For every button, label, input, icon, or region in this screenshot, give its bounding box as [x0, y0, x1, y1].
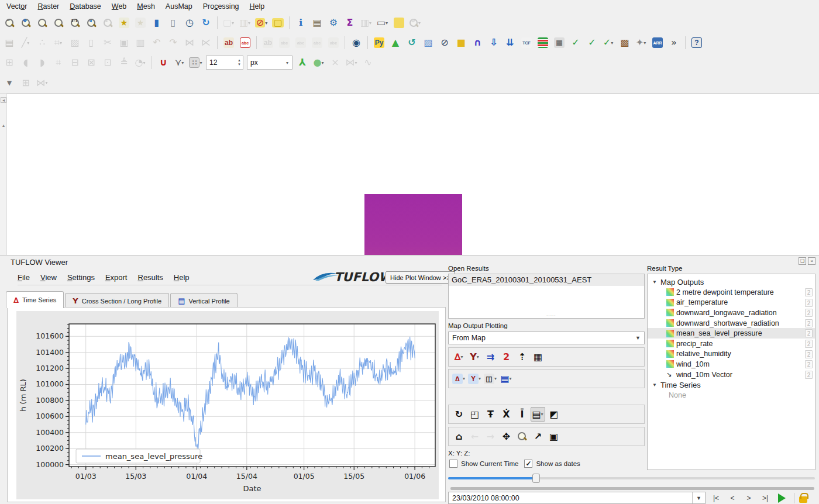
tree-item-2-metre-dewpoint-temperature[interactable]: 2 metre dewpoint temperature2 [648, 287, 815, 298]
deselect-icon[interactable]: ⊘▾ [254, 15, 269, 30]
map-output-plotting-combo[interactable]: From Map ▼ [448, 332, 645, 344]
flux-line-icon[interactable]: ⇉ [483, 350, 498, 364]
dem-shading-icon[interactable]: ▲ [388, 35, 403, 50]
statistics-icon[interactable]: Σ [342, 15, 357, 30]
menu-processing[interactable]: Processing [198, 1, 245, 12]
zoom-full-icon[interactable]: ✥ [18, 15, 33, 30]
menu-raster[interactable]: Raster [32, 1, 64, 12]
label-abc-icon[interactable]: abc [238, 35, 253, 50]
check-q-icon[interactable]: ✓ [584, 35, 600, 50]
menu-help[interactable]: Help [245, 1, 270, 12]
python-console-icon[interactable]: Py [371, 35, 387, 50]
timestep-combo[interactable]: 23/03/2010 08:00:00 ▼ [448, 492, 706, 504]
freeze-axis-icon[interactable]: Ī [515, 407, 529, 422]
nav-next-button[interactable]: > [742, 492, 756, 504]
tuflow-menu-help[interactable]: Help [174, 272, 195, 284]
timeseries-figure[interactable]: 01/0315/0301/0415/0401/0515/0501/0610000… [16, 311, 439, 499]
tcf-icon[interactable]: TCF [519, 35, 534, 50]
attribute-table-icon[interactable]: ▤ [309, 15, 325, 30]
ts-from-map-icon[interactable]: ∆▾ [452, 371, 466, 386]
row4-caret-icon[interactable]: ▾ [2, 75, 17, 91]
tree-item-relative-humidity[interactable]: relative_humidity2 [648, 349, 815, 360]
profile-arc-icon[interactable]: ↺ [404, 35, 419, 50]
result-type-tree[interactable]: ▼Map Outputs2 metre dewpoint temperature… [647, 274, 815, 470]
crayfish-map-icon[interactable]: ▨ [421, 35, 436, 50]
cube-3d-icon[interactable]: ■ [453, 35, 469, 50]
size-grip[interactable]: ····· [546, 313, 556, 317]
checkbox-box[interactable]: ✓ [524, 460, 532, 468]
menu-web[interactable]: Web [106, 1, 132, 12]
map-canvas[interactable] [0, 94, 819, 255]
user-plot-icon[interactable]: ◩ [546, 407, 561, 422]
tree-group-map-outputs[interactable]: ▼Map Outputs [648, 277, 815, 287]
raster-image-icon[interactable]: ▦ [552, 35, 567, 50]
nav-last-button[interactable]: >| [758, 492, 772, 504]
metasearch-icon[interactable]: ◉ [349, 35, 364, 50]
cursor-trace-icon[interactable]: ⇡ [515, 350, 529, 364]
tuflow-menu-view[interactable]: View [40, 272, 63, 284]
crate-icon[interactable]: ▩ [617, 35, 632, 50]
slider-handle[interactable] [532, 474, 540, 483]
secondary-axis-badge[interactable]: 2 [805, 329, 813, 337]
clear-plot-icon[interactable]: ◰ [467, 407, 482, 422]
tab-vertical-profile[interactable]: ▤Vertical Profile [170, 293, 238, 308]
curtain-plot-icon[interactable]: ◫▾ [483, 371, 498, 386]
tuflow-menu-file[interactable]: File [18, 272, 36, 284]
tunnel-icon[interactable]: ∩ [470, 35, 485, 50]
play-button[interactable] [778, 493, 786, 503]
tolerance-mode-icon[interactable]: ∷▾ [188, 55, 204, 70]
tree-item-wind-10m[interactable]: wind_10m2 [648, 359, 815, 370]
panel-arrow-icon[interactable]: ▴ [1, 123, 6, 129]
dock-close-icon[interactable]: × [808, 257, 815, 265]
tuflow-menu-export[interactable]: Export [105, 272, 133, 284]
cs-plot-icon[interactable]: Y▾ [467, 350, 482, 364]
new-bookmark-icon[interactable]: ★ [116, 15, 132, 30]
nav-first-button[interactable]: |< [709, 492, 723, 504]
map-tips-icon[interactable] [391, 15, 407, 30]
show-bookmarks-icon[interactable]: ▮ [149, 15, 164, 30]
tree-item-downward-longwave-radiation[interactable]: downward_longwave_radiation2 [648, 308, 815, 318]
zoom-last-icon[interactable]: ◂ [84, 15, 99, 30]
refresh-icon[interactable]: ↻ [198, 15, 214, 30]
zoom-plot-icon[interactable] [515, 429, 529, 444]
secondary-axis-badge[interactable]: 2 [805, 309, 813, 317]
tree-item-air-temperature[interactable]: air_temperature2 [648, 298, 815, 308]
download-osm-icon[interactable]: ⇩ [486, 35, 501, 50]
compass-routes-icon[interactable]: ⊘ [437, 35, 452, 50]
zoom-to-layer-icon[interactable] [35, 15, 50, 30]
cs-from-map-icon[interactable]: Y▾ [467, 371, 482, 386]
tree-item-none[interactable]: None [648, 390, 815, 401]
checkbox-show-as-dates[interactable]: ✓Show as dates [524, 460, 580, 468]
secondary-axis-badge[interactable]: 2 [805, 299, 813, 307]
tab-time-series[interactable]: ∆Time Series [6, 291, 64, 308]
tuflow-menu-settings[interactable]: Settings [67, 272, 101, 284]
tree-item-mean-sea-level-pressure[interactable]: mean_sea_level_pressure2 [648, 328, 815, 339]
tuflow-menu-results[interactable]: Results [137, 272, 168, 284]
tree-expand-icon[interactable]: ▼ [652, 279, 657, 285]
tab-cross-section-long-profile[interactable]: YCross Section / Long Profile [65, 293, 169, 308]
freeze-y-axis-icon[interactable]: Ŧ [483, 407, 498, 422]
checkbox-box[interactable] [449, 460, 457, 468]
avoid-overlap-icon[interactable]: ●▾ [311, 55, 326, 70]
zoom-to-selection-icon[interactable] [51, 15, 66, 30]
pan-plot-icon[interactable]: ✥ [499, 429, 514, 444]
tag-tool-icon[interactable]: ✦▾ [634, 35, 649, 50]
home-view-icon[interactable]: ⌂ [452, 429, 466, 444]
open-results-list[interactable]: GoC_ERA5_20100301_20100531_AEST ····· [448, 274, 645, 319]
panel-collapse-icon[interactable]: ◂ [1, 97, 6, 103]
tree-group-time-series[interactable]: ▼Time Series [648, 379, 815, 390]
tree-expand-icon[interactable]: ▼ [652, 382, 657, 388]
snapping-icon[interactable]: ∪ [156, 55, 171, 70]
legend-toggle-icon[interactable]: ▤▾ [531, 407, 545, 422]
checkbox-show-current-time[interactable]: Show Current Time [449, 460, 518, 468]
import-layer-icon[interactable]: ⇊ [503, 35, 518, 50]
temporal-controller-icon[interactable]: ◷ [182, 15, 197, 30]
pin-labels-icon[interactable]: ab [221, 35, 236, 50]
help-icon[interactable]: ? [689, 35, 704, 50]
menu-ausmap[interactable]: AusMap [160, 1, 198, 12]
open-results-item[interactable]: GoC_ERA5_20100301_20100531_AEST [449, 274, 644, 286]
secondary-axis-badge[interactable]: 2 [805, 350, 813, 358]
ts-plot-icon[interactable]: ∆▾ [452, 350, 466, 364]
freeze-x-axis-icon[interactable]: Ẋ [499, 407, 514, 422]
refresh-plot-icon[interactable]: ↻ [452, 407, 466, 422]
